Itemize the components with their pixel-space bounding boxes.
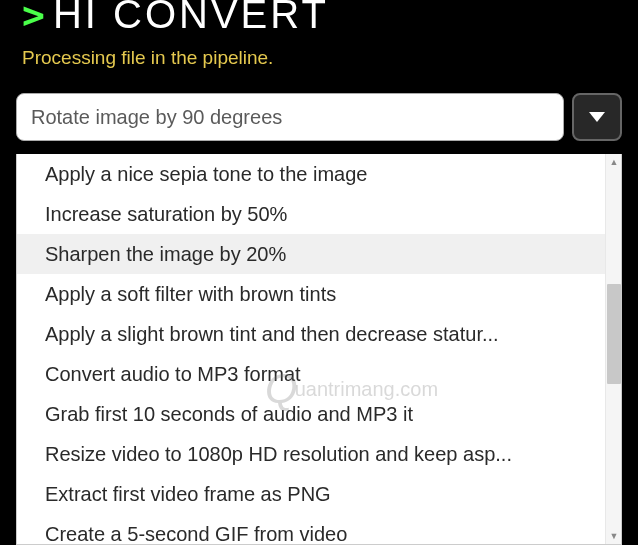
scrollbar[interactable]: ▲ ▼ <box>605 154 621 544</box>
dropdown-item[interactable]: Apply a nice sepia tone to the image <box>17 154 605 194</box>
dropdown-item[interactable]: Create a 5-second GIF from video <box>17 514 605 544</box>
dropdown-item[interactable]: Extract first video frame as PNG <box>17 474 605 514</box>
dropdown-item[interactable]: Apply a slight brown tint and then decre… <box>17 314 605 354</box>
logo-text: HI CONVERT <box>53 0 329 37</box>
dropdown-list: Apply a nice sepia tone to the imageIncr… <box>17 154 605 544</box>
logo: > HI CONVERT <box>22 0 616 37</box>
chevron-down-icon <box>589 112 605 122</box>
header: > HI CONVERT Processing file in the pipe… <box>0 0 638 69</box>
scroll-thumb[interactable] <box>607 284 621 384</box>
dropdown-item[interactable]: Apply a soft filter with brown tints <box>17 274 605 314</box>
scroll-down-arrow-icon[interactable]: ▼ <box>606 528 622 544</box>
subtitle: Processing file in the pipeline. <box>22 47 616 69</box>
dropdown-item[interactable]: Grab first 10 seconds of audio and MP3 i… <box>17 394 605 434</box>
dropdown-item[interactable]: Increase saturation by 50% <box>17 194 605 234</box>
dropdown-item[interactable]: Sharpen the image by 20% <box>17 234 605 274</box>
select-input[interactable]: Rotate image by 90 degrees <box>16 93 564 141</box>
arrow-icon: > <box>22 0 41 37</box>
dropdown-panel: Apply a nice sepia tone to the imageIncr… <box>16 154 622 545</box>
select-dropdown-button[interactable] <box>572 93 622 141</box>
scroll-up-arrow-icon[interactable]: ▲ <box>606 154 622 170</box>
select-container: Rotate image by 90 degrees <box>16 93 622 141</box>
dropdown-item[interactable]: Convert audio to MP3 format <box>17 354 605 394</box>
select-value: Rotate image by 90 degrees <box>31 106 282 129</box>
svg-marker-0 <box>589 112 605 122</box>
dropdown-item[interactable]: Resize video to 1080p HD resolution and … <box>17 434 605 474</box>
